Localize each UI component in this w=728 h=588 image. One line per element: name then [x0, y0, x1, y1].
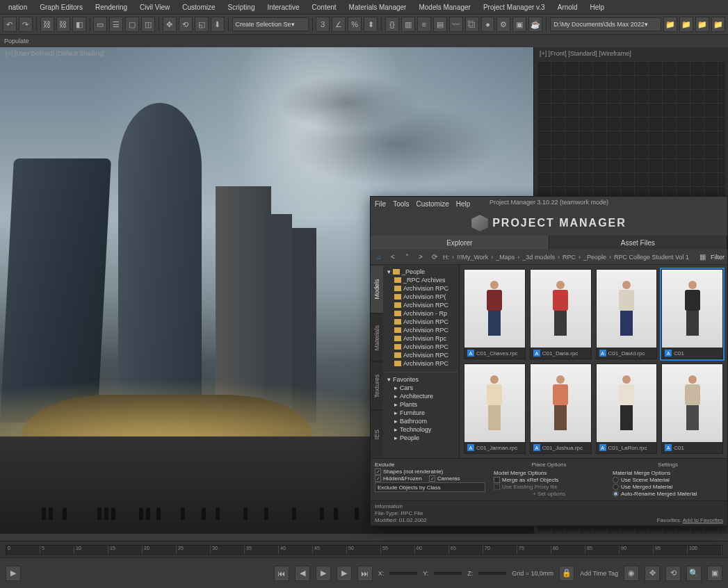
rad-scene[interactable] [613, 477, 619, 483]
rotate-icon[interactable]: ⟲ [179, 17, 193, 32]
pm-refresh-icon[interactable]: ⟳ [429, 252, 440, 263]
tree-item[interactable]: Archivision RPC [385, 284, 458, 293]
tree-fav-item[interactable]: ▸Plants [385, 400, 458, 409]
more-options-link[interactable]: + Set options [494, 491, 604, 497]
menu-content[interactable]: Content [307, 2, 342, 13]
select-name-icon[interactable]: ☰ [109, 17, 123, 32]
next-frame-icon[interactable]: ▶ [337, 566, 352, 581]
play-icon[interactable]: ▶ [316, 566, 331, 581]
tree-fav-item[interactable]: ▸Cars [385, 384, 458, 392]
mirror-icon[interactable]: ▥ [401, 17, 415, 32]
thumbnail[interactable]: AC01_Joshua.rpc [530, 364, 592, 454]
coord-y[interactable] [434, 572, 462, 575]
menu-nation[interactable]: nation [3, 2, 33, 13]
pm-home-icon[interactable]: ⌂ [373, 252, 385, 263]
select-icon[interactable]: ▭ [93, 17, 107, 32]
spinner-snap-icon[interactable]: ⬍ [364, 17, 378, 32]
curve-editor-icon[interactable]: 〰 [449, 17, 463, 32]
material-editor-icon[interactable]: ● [481, 17, 495, 32]
menu-graph-editors[interactable]: Graph Editors [34, 2, 88, 13]
tree-fav-item[interactable]: ▸People [385, 434, 458, 442]
pm-up-icon[interactable]: ˄ [401, 252, 412, 263]
menu-scripting[interactable]: Scripting [223, 2, 261, 13]
menu-project-manager-v.3[interactable]: Project Manager v.3 [478, 2, 551, 13]
crumb-item[interactable]: H: [443, 254, 449, 261]
chk-hidden[interactable] [375, 475, 381, 482]
crumb-item[interactable]: RPC College Student Vol 1 [614, 254, 689, 261]
pm-menu-tools[interactable]: Tools [393, 200, 409, 208]
pm-sidetab-materials[interactable]: Materials [371, 313, 383, 362]
tree-item[interactable]: Archivision RPC [385, 359, 458, 368]
project-path-field[interactable]: D:\My Documents\3ds Max 2022 ▾ [550, 17, 661, 31]
render-icon[interactable]: ☕ [528, 17, 542, 32]
window-crossing-icon[interactable]: ◫ [141, 17, 155, 32]
region-icon[interactable]: ▢ [125, 17, 139, 32]
thumbnail[interactable]: AC01_Jarman.rpc [464, 364, 526, 454]
prev-frame-icon[interactable]: ◀ [295, 566, 310, 581]
pm-view-icon[interactable]: ▦ [697, 252, 708, 263]
pm-sidetab-ies[interactable]: IES [371, 410, 383, 459]
menu-models-manager[interactable]: Models Manager [413, 2, 476, 13]
pm-breadcrumb[interactable]: H:›!!!My_Work›_Maps›_3d models›RPC›_Peop… [443, 254, 694, 261]
menu-customize[interactable]: Customize [177, 2, 220, 13]
goto-start-icon[interactable]: ⏮ [274, 566, 289, 581]
lock-icon[interactable]: 🔒 [559, 566, 574, 581]
tree-fav-item[interactable]: ▸Furniture [385, 409, 458, 417]
nav3-icon[interactable]: 🔍 [686, 566, 702, 581]
pm-sidetab-textures[interactable]: Textures [371, 361, 383, 410]
thumbnail[interactable]: AC01_Chaves.rpc [464, 269, 526, 359]
folder1-icon[interactable]: 📁 [663, 17, 677, 32]
bind-icon[interactable]: ◧ [72, 17, 86, 32]
thumbnail[interactable]: AC01 [661, 269, 723, 359]
exclude-class-dropdown[interactable]: Exclude Objects by Class [375, 482, 485, 492]
viewport-label-right[interactable]: [+] [Front] [Standard] [Wireframe] [540, 50, 631, 57]
thumbnail[interactable]: AC01_LaRon.rpc [596, 364, 658, 454]
timeline[interactable]: 0510152025303540455055606570758085909510… [0, 541, 728, 557]
tree-item[interactable]: Archivision RPC [385, 301, 458, 309]
nav2-icon[interactable]: ⟲ [665, 566, 681, 581]
menu-arnold[interactable]: Arnold [552, 2, 583, 13]
menu-help[interactable]: Help [585, 2, 610, 13]
scale-icon[interactable]: ◱ [195, 17, 209, 32]
coord-x[interactable] [389, 572, 417, 575]
thumbnail[interactable]: AC01 [661, 364, 723, 454]
pm-menu-customize[interactable]: Customize [416, 200, 448, 208]
rad-merged[interactable] [613, 484, 619, 490]
nav4-icon[interactable]: ▣ [707, 566, 722, 581]
unlink-icon[interactable]: ⛓ [56, 17, 70, 32]
crumb-item[interactable]: RPC [563, 254, 576, 261]
chk-shapes[interactable] [375, 468, 381, 475]
tree-fav-item[interactable]: ▸Bathroom [385, 417, 458, 425]
pm-tab-asset-files[interactable]: Asset Files [549, 236, 728, 250]
crumb-item[interactable]: _People [583, 254, 606, 261]
tree-item[interactable]: Archivision RPC [385, 318, 458, 326]
tree-root[interactable]: ▾_People [385, 268, 458, 276]
tree-item[interactable]: Archivision RPC [385, 326, 458, 334]
pm-tab-explorer[interactable]: Explorer [371, 236, 549, 250]
add-time-tag[interactable]: Add Time Tag [580, 570, 618, 577]
tree-favorites-header[interactable]: ▾Favorites [385, 375, 458, 384]
thumbnail[interactable]: AC01_David.rpc [596, 269, 658, 359]
chk-cameras[interactable] [429, 475, 435, 482]
folder4-icon[interactable]: 📁 [711, 17, 725, 32]
isolate-icon[interactable]: ◉ [624, 566, 639, 581]
add-favorites-link[interactable]: Add to Favorites [683, 517, 723, 523]
named-sets-icon[interactable]: {} [385, 17, 399, 32]
pm-sidetab-models[interactable]: Models [371, 265, 383, 313]
tree-item[interactable]: Archivision RPC [385, 343, 458, 351]
undo-icon[interactable]: ↶ [3, 17, 17, 32]
redo-icon[interactable]: ↷ [19, 17, 33, 32]
menu-materials-manager[interactable]: Materials Manager [343, 2, 412, 13]
maxscript-icon[interactable]: ▶ [6, 566, 21, 581]
selection-set-dropdown[interactable]: Create Selection Se ▾ [232, 17, 309, 31]
layers-icon[interactable]: ▤ [433, 17, 447, 32]
menu-interactive[interactable]: Interactive [261, 2, 305, 13]
rad-auto[interactable] [613, 491, 619, 497]
tree-item[interactable]: Archivision RPC [385, 351, 458, 359]
snap-icon[interactable]: 3 [316, 17, 330, 32]
pm-back-icon[interactable]: < [387, 252, 398, 263]
chk-xref[interactable] [494, 477, 500, 483]
render-frame-icon[interactable]: ▣ [512, 17, 526, 32]
tree-fav-item[interactable]: ▸Technology [385, 425, 458, 434]
menu-rendering[interactable]: Rendering [90, 2, 133, 13]
